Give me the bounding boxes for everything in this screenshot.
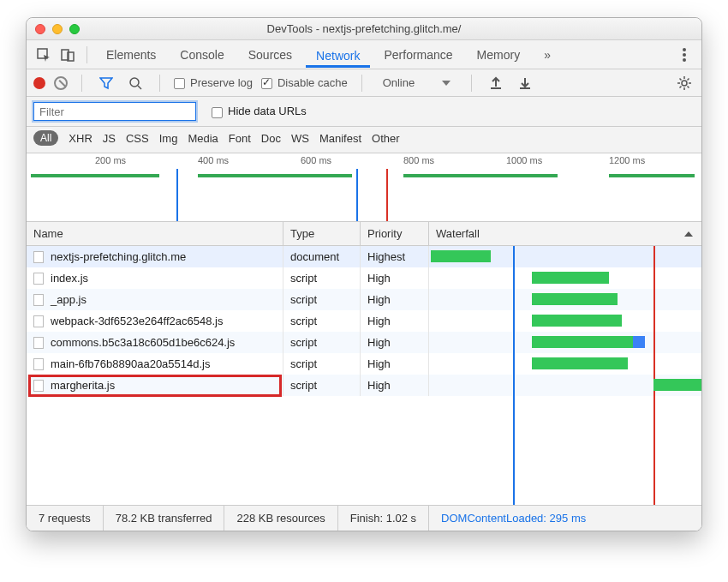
request-type: script bbox=[283, 375, 361, 396]
column-type[interactable]: Type bbox=[283, 222, 361, 245]
type-filter-css[interactable]: CSS bbox=[126, 132, 149, 145]
type-filter-manifest[interactable]: Manifest bbox=[319, 132, 361, 145]
gear-icon[interactable] bbox=[674, 73, 695, 93]
status-finish: Finish: 1.02 s bbox=[338, 506, 429, 531]
timeline-tick: 1000 ms bbox=[506, 155, 542, 165]
request-priority: High bbox=[361, 353, 429, 375]
column-waterfall-label: Waterfall bbox=[436, 227, 480, 240]
window-title: DevTools - nextjs-prefetching.glitch.me/ bbox=[27, 22, 701, 35]
request-priority: High bbox=[361, 375, 429, 396]
status-requests: 7 requests bbox=[27, 506, 104, 531]
tab-sources[interactable]: Sources bbox=[238, 43, 302, 67]
preserve-log-label: Preserve log bbox=[190, 76, 253, 89]
throttling-value: Online bbox=[383, 76, 415, 89]
devtools-window: DevTools - nextjs-prefetching.glitch.me/… bbox=[26, 17, 702, 531]
column-priority[interactable]: Priority bbox=[361, 222, 429, 245]
file-icon bbox=[33, 273, 44, 285]
request-name: index.js bbox=[51, 272, 88, 285]
type-filter-xhr[interactable]: XHR bbox=[69, 132, 92, 145]
request-name: webpack-3df6523e264ff2ac6548.js bbox=[51, 315, 223, 327]
upload-har-icon[interactable] bbox=[486, 73, 506, 93]
svg-point-6 bbox=[130, 78, 139, 87]
disable-cache-label: Disable cache bbox=[277, 76, 348, 89]
type-filter-other[interactable]: Other bbox=[372, 132, 400, 145]
inspect-icon[interactable] bbox=[33, 45, 54, 65]
request-type: script bbox=[283, 310, 361, 332]
timeline-tick: 800 ms bbox=[403, 155, 434, 165]
timeline-tick: 200 ms bbox=[95, 155, 126, 165]
tab-console[interactable]: Console bbox=[170, 43, 234, 67]
table-row[interactable]: margherita.js script High bbox=[27, 375, 701, 396]
request-priority: High bbox=[361, 289, 429, 310]
svg-point-5 bbox=[683, 58, 686, 62]
file-icon bbox=[33, 380, 44, 392]
title-bar: DevTools - nextjs-prefetching.glitch.me/ bbox=[27, 18, 701, 40]
table-row[interactable]: commons.b5c3a18c605d1be6c624.js script H… bbox=[27, 332, 701, 353]
svg-point-4 bbox=[683, 53, 686, 57]
request-name: commons.b5c3a18c605d1be6c624.js bbox=[51, 336, 235, 349]
request-table: nextjs-prefetching.glitch.me document Hi… bbox=[27, 246, 701, 505]
table-row[interactable]: index.js script High bbox=[27, 267, 701, 289]
request-type: document bbox=[283, 246, 361, 267]
table-row[interactable]: _app.js script High bbox=[27, 289, 701, 310]
device-toolbar-icon[interactable] bbox=[57, 45, 78, 65]
filter-icon[interactable] bbox=[96, 73, 116, 93]
network-toolbar: Preserve log Disable cache Online bbox=[27, 69, 701, 97]
chevron-down-icon bbox=[442, 81, 451, 86]
clear-icon[interactable] bbox=[54, 76, 68, 90]
disable-cache-checkbox[interactable]: Disable cache bbox=[261, 76, 348, 89]
request-name: margherita.js bbox=[51, 379, 115, 392]
svg-point-3 bbox=[683, 48, 686, 51]
kebab-menu-icon[interactable] bbox=[674, 45, 695, 65]
type-filter-media[interactable]: Media bbox=[188, 132, 218, 145]
request-type: script bbox=[283, 353, 361, 375]
status-resources: 228 KB resources bbox=[224, 506, 337, 531]
timeline-overview[interactable]: 200 ms 400 ms 600 ms 800 ms 1000 ms 1200… bbox=[27, 153, 701, 222]
status-domcontentloaded: DOMContentLoaded: 295 ms bbox=[429, 506, 598, 531]
request-priority: High bbox=[361, 310, 429, 332]
table-row[interactable]: webpack-3df6523e264ff2ac6548.js script H… bbox=[27, 310, 701, 332]
type-filter-font[interactable]: Font bbox=[229, 132, 251, 145]
tabs-overflow[interactable]: » bbox=[534, 43, 561, 67]
request-type: script bbox=[283, 289, 361, 310]
hide-data-urls-label: Hide data URLs bbox=[228, 105, 307, 117]
timeline-tick: 1200 ms bbox=[609, 155, 645, 165]
type-filter-js[interactable]: JS bbox=[103, 132, 116, 145]
type-filter-ws[interactable]: WS bbox=[291, 132, 309, 145]
table-headers: Name Type Priority Waterfall bbox=[27, 222, 701, 246]
timeline-tick: 400 ms bbox=[198, 155, 229, 165]
type-filter-doc[interactable]: Doc bbox=[261, 132, 281, 145]
tab-memory[interactable]: Memory bbox=[467, 43, 531, 67]
panel-tabs: Elements Console Sources Network Perform… bbox=[27, 40, 701, 69]
column-waterfall[interactable]: Waterfall bbox=[429, 222, 701, 245]
table-row[interactable]: nextjs-prefetching.glitch.me document Hi… bbox=[27, 246, 701, 267]
hide-data-urls-checkbox[interactable]: Hide data URLs bbox=[212, 105, 307, 117]
download-har-icon[interactable] bbox=[515, 73, 535, 93]
type-filter-img[interactable]: Img bbox=[159, 132, 178, 145]
sort-indicator-icon bbox=[684, 231, 693, 237]
request-type: script bbox=[283, 332, 361, 353]
column-name[interactable]: Name bbox=[27, 222, 283, 245]
tab-performance[interactable]: Performance bbox=[373, 43, 462, 67]
resource-type-filters: All XHR JS CSS Img Media Font Doc WS Man… bbox=[27, 127, 701, 153]
record-icon[interactable] bbox=[33, 77, 45, 89]
filter-input[interactable] bbox=[33, 102, 196, 121]
file-icon bbox=[33, 337, 44, 349]
request-priority: High bbox=[361, 332, 429, 353]
tab-network[interactable]: Network bbox=[306, 44, 370, 68]
file-icon bbox=[33, 251, 44, 263]
file-icon bbox=[33, 315, 44, 327]
request-name: _app.js bbox=[51, 293, 87, 306]
table-row[interactable]: main-6fb76b8890aa20a5514d.js script High bbox=[27, 353, 701, 375]
request-type: script bbox=[283, 267, 361, 289]
request-name: main-6fb76b8890aa20a5514d.js bbox=[51, 357, 211, 370]
tab-elements[interactable]: Elements bbox=[96, 43, 166, 67]
search-icon[interactable] bbox=[125, 73, 146, 93]
status-bar: 7 requests 78.2 KB transferred 228 KB re… bbox=[27, 505, 701, 531]
status-transferred: 78.2 KB transferred bbox=[104, 506, 225, 531]
request-name: nextjs-prefetching.glitch.me bbox=[51, 250, 186, 263]
preserve-log-checkbox[interactable]: Preserve log bbox=[174, 76, 253, 89]
filter-bar: Hide data URLs bbox=[27, 97, 701, 127]
throttling-select[interactable]: Online bbox=[376, 75, 458, 91]
type-filter-all[interactable]: All bbox=[33, 130, 58, 146]
